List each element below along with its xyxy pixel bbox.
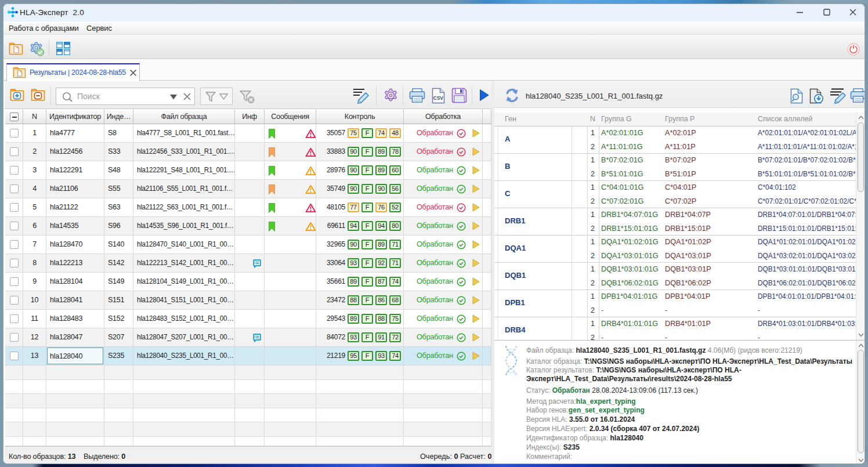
svg-text:CSV: CSV [433, 95, 444, 101]
